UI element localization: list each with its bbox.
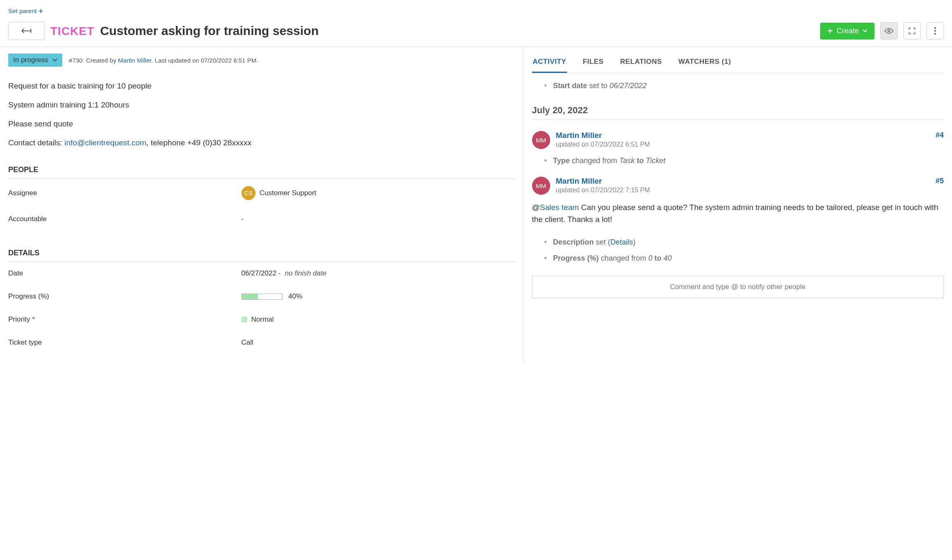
change-to: Ticket	[646, 156, 666, 165]
create-button[interactable]: Create	[820, 23, 875, 40]
no-finish-date: no finish date	[285, 269, 326, 278]
updated-text: . Last updated on 07/20/2022 6:51 PM.	[151, 57, 258, 64]
ticket-ref: #730: Created by	[69, 57, 118, 64]
accountable-value[interactable]: -	[242, 215, 244, 223]
plus-icon	[827, 28, 833, 34]
entry-change: • Description set (Details)	[544, 238, 944, 247]
desc-line: Request for a basic training for 10 peop…	[8, 82, 515, 91]
change-text: changed from	[570, 156, 619, 165]
activity-entry: MM Martin Miller updated on 07/20/2022 7…	[532, 177, 944, 195]
change-text: to	[652, 254, 664, 262]
page-title: Customer asking for training session	[100, 24, 319, 38]
mention-link[interactable]: Sales team	[540, 203, 579, 212]
desc-line: Please send quote	[8, 119, 515, 128]
progress-value[interactable]: 40%	[242, 292, 302, 301]
back-arrow-icon	[21, 28, 32, 34]
entry-author-link[interactable]: Martin Miller	[556, 177, 944, 186]
change-value: 06/27/2022	[610, 82, 647, 90]
priority-text: Normal	[251, 315, 274, 324]
details-link[interactable]: Details	[610, 238, 633, 246]
change-field: Start date	[553, 82, 587, 90]
change-to: 40	[664, 254, 672, 262]
chevron-down-icon	[862, 29, 868, 33]
entry-meta: updated on 07/20/2022 7:15 PM	[556, 187, 944, 194]
description: Request for a basic training for 10 peop…	[8, 82, 515, 147]
create-label: Create	[837, 27, 859, 35]
change-mid: set to	[587, 82, 610, 90]
svg-point-3	[934, 33, 936, 35]
ticket-type-value[interactable]: Call	[242, 338, 253, 347]
contact-email-link[interactable]: info@clientrequest.com	[64, 138, 146, 147]
progress-fill	[242, 294, 258, 299]
bullet-icon: •	[544, 82, 547, 90]
assignee-value[interactable]: CS Customer Support	[242, 186, 317, 200]
ticket-type-label: Ticket type	[8, 338, 242, 347]
change-field: Type	[553, 156, 570, 165]
status-dropdown[interactable]: In progress	[8, 54, 62, 67]
bullet-icon: •	[544, 254, 547, 262]
tab-files[interactable]: FILES	[582, 54, 605, 73]
set-parent-link[interactable]: Set parent	[8, 7, 43, 14]
tab-activity[interactable]: ACTIVITY	[532, 54, 567, 73]
contact-label: Contact details:	[8, 138, 64, 147]
priority-dot-icon	[242, 317, 247, 322]
tab-watchers[interactable]: WATCHERS (1)	[678, 54, 732, 73]
comment-text: Can you please send a quote? The system …	[532, 203, 938, 224]
activity-entry: MM Martin Miller updated on 07/20/2022 6…	[532, 131, 944, 149]
change-from: Task	[619, 156, 635, 165]
avatar: CS	[242, 186, 256, 200]
progress-pct: 40%	[288, 292, 302, 301]
tab-relations[interactable]: RELATIONS	[619, 54, 663, 73]
activity-change: • Start date set to 06/27/2022	[544, 82, 944, 90]
plus-icon	[38, 9, 43, 14]
avatar: MM	[532, 177, 550, 195]
people-section-heading: PEOPLE	[8, 166, 515, 179]
type-badge: TICKET	[50, 25, 94, 38]
change-text: to	[635, 156, 646, 165]
mention-at: @	[532, 203, 540, 212]
details-section-heading: DETAILS	[8, 249, 515, 262]
change-text: set (	[594, 238, 610, 246]
entry-author-link[interactable]: Martin Miller	[556, 131, 944, 140]
svg-point-2	[934, 30, 936, 32]
change-text: changed from	[599, 254, 648, 262]
more-button[interactable]	[926, 22, 944, 40]
accountable-label: Accountable	[8, 215, 242, 223]
change-field: Progress (%)	[553, 254, 599, 262]
entry-meta: updated on 07/20/2022 6:51 PM	[556, 141, 944, 148]
expand-icon	[908, 27, 916, 35]
entry-anchor-link[interactable]: #5	[936, 177, 944, 185]
progress-bar	[242, 294, 283, 300]
author-link[interactable]: Martin Miller	[118, 57, 151, 64]
date-separator: July 20, 2022	[532, 105, 944, 119]
back-button[interactable]	[8, 22, 45, 40]
change-text: )	[633, 238, 635, 246]
set-parent-label: Set parent	[8, 7, 37, 14]
chevron-down-icon	[52, 58, 57, 62]
change-field: Description	[553, 238, 594, 246]
comment-input[interactable]: Comment and type @ to notify other peopl…	[532, 276, 944, 298]
status-label: In progress	[13, 56, 48, 64]
priority-value[interactable]: Normal	[242, 315, 274, 324]
kebab-icon	[934, 27, 936, 35]
bullet-icon: •	[544, 156, 547, 165]
contact-rest: , telephone +49 (0)30 28xxxxx	[146, 138, 251, 147]
priority-label: Priority *	[8, 315, 242, 324]
fullscreen-button[interactable]	[903, 22, 921, 40]
desc-contact: Contact details: info@clientrequest.com,…	[8, 138, 515, 147]
change-from: 0	[648, 254, 652, 262]
date-value[interactable]: 06/27/2022 - no finish date	[242, 269, 327, 278]
entry-comment: @Sales team Can you please send a quote?…	[532, 201, 944, 226]
comment-placeholder: Comment and type @ to notify other peopl…	[670, 283, 806, 291]
meta-line: #730: Created by Martin Miller. Last upd…	[69, 57, 258, 64]
bullet-icon: •	[544, 238, 547, 246]
entry-anchor-link[interactable]: #4	[936, 131, 944, 140]
eye-icon	[884, 28, 893, 34]
desc-line: System admin training 1:1 20hours	[8, 100, 515, 110]
assignee-name: Customer Support	[260, 189, 317, 197]
assignee-label: Assignee	[8, 189, 242, 197]
watch-button[interactable]	[880, 22, 898, 40]
required-indicator: *	[32, 315, 35, 323]
priority-label-text: Priority	[8, 315, 32, 323]
date-start: 06/27/2022 -	[242, 269, 281, 278]
